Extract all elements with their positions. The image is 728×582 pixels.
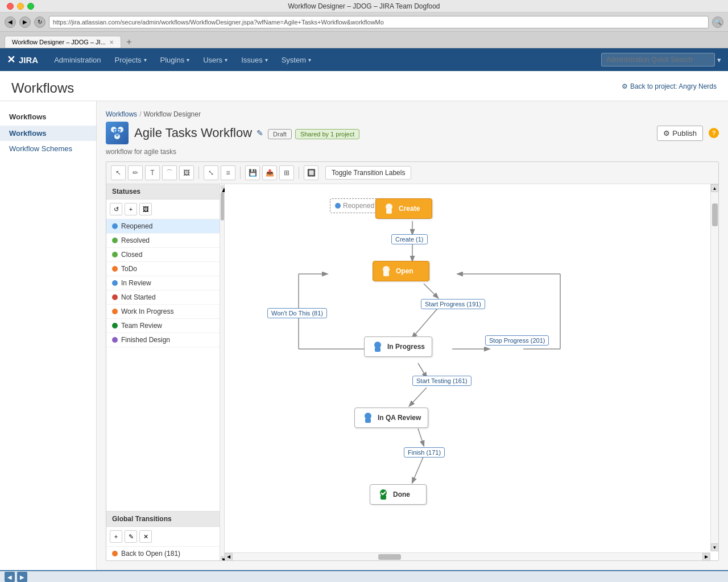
bottom-nav-right[interactable]: ▶ [17,572,27,582]
sidebar-item-workflows[interactable]: Workflows [0,126,96,141]
draw-tool-button[interactable]: ✏ [128,165,143,180]
toolbar-separator-1 [198,167,199,179]
tab-close-button[interactable]: ✕ [109,39,114,45]
transition-wont-do[interactable]: Won't Do This (81) [267,308,327,318]
export-button[interactable]: 📤 [262,165,277,180]
transition-stop-progress[interactable]: Stop Progress (201) [485,335,549,346]
draft-badge: Draft [268,129,292,139]
status-item-in-review[interactable]: In Review [106,276,220,290]
active-tab[interactable]: Workflow Designer – JDOG – JI... ✕ [5,36,121,48]
workflow-node-create[interactable]: Create [375,198,432,219]
curve-tool-button[interactable]: ⌒ [162,165,177,180]
window-controls[interactable] [7,3,34,10]
url-text: https://jira.atlassian.com/secure/admin/… [53,19,384,26]
nav-projects[interactable]: Projects ▾ [108,48,154,71]
canvas-area[interactable]: Reopened ⊕ Create [225,184,718,560]
canvas-horizontal-scrollbar[interactable]: ◀ ▶ [225,552,710,560]
status-tool-3[interactable]: 🖼 [139,203,152,215]
status-item-wip[interactable]: Work In Progress [106,305,220,319]
status-item-team-review[interactable]: Team Review [106,319,220,333]
reload-button[interactable]: ↻ [34,16,46,28]
nav-search-area: ▾ [601,53,721,66]
workflow-node-open[interactable]: Open [373,261,429,281]
status-item-not-started[interactable]: Not Started [106,290,220,305]
page-header: ⚙ Back to project: Angry Nerds Workflows [0,71,728,101]
shared-badge: Shared by 1 project [295,129,359,139]
edit-global-transition-button[interactable]: ✎ [125,530,137,543]
breadcrumb-workflows-link[interactable]: Workflows [106,110,137,118]
window-title: Workflow Designer – JDOG – JIRA Team Dog… [288,2,440,10]
layout-button[interactable]: ⊞ [279,165,294,180]
new-tab-button[interactable]: + [123,36,135,48]
status-dot-in-review [112,280,118,286]
status-tool-2[interactable]: + [125,203,137,215]
scroll-down-button[interactable]: ▼ [711,543,719,551]
global-transitions-toolbar: + ✎ ✕ [106,527,220,547]
search-dropdown-arrow-icon[interactable]: ▾ [717,56,721,64]
designer-body: Statuses ↺ + 🖼 Reopened [106,184,718,560]
status-dot-wip [112,309,118,314]
bottom-nav-left[interactable]: ◀ [5,572,15,582]
status-dot-todo [112,266,118,272]
scroll-right-button[interactable]: ▶ [702,553,710,561]
move-tool-button[interactable]: ⤡ [204,165,218,180]
transition-start-progress[interactable]: Start Progress (191) [421,299,485,309]
view-button[interactable]: 🔲 [304,165,318,180]
forward-button[interactable]: ▶ [19,16,31,28]
back-to-project-link[interactable]: ⚙ Back to project: Angry Nerds [622,82,717,90]
drag-ghost-dot [335,203,341,209]
back-button[interactable]: ◀ [5,16,16,28]
svg-rect-27 [375,347,380,352]
in-qa-review-node-icon [362,411,374,424]
align-tool-button[interactable]: ≡ [221,165,235,180]
add-status-button[interactable]: ↺ [110,203,122,215]
status-item-reopened[interactable]: Reopened [106,219,220,234]
transition-finish[interactable]: Finish (171) [404,447,445,458]
workflow-edit-icon[interactable]: ✎ [257,128,263,138]
nav-administration[interactable]: Administration [47,48,107,71]
workflow-node-in-qa-review[interactable]: In QA Review [354,408,428,428]
scroll-up-button[interactable]: ▲ [711,184,719,192]
status-item-closed[interactable]: Closed [106,248,220,262]
workflow-node-in-progress[interactable]: In Progress [364,336,432,357]
nav-plugins[interactable]: Plugins ▾ [154,48,197,71]
status-item-todo[interactable]: ToDo [106,262,220,276]
help-icon[interactable]: ? [709,128,719,138]
save-button[interactable]: 💾 [245,165,260,180]
workflow-node-done[interactable]: Done [370,484,427,505]
scroll-vertical-thumb[interactable] [712,203,718,226]
image-tool-button[interactable]: 🖼 [179,165,194,180]
jira-app: ✕ JIRA Administration Projects ▾ Plugins… [0,48,728,582]
scroll-left-button[interactable]: ◀ [225,553,233,561]
text-tool-button[interactable]: T [145,165,160,180]
nav-users[interactable]: Users ▾ [196,48,234,71]
nav-system[interactable]: System ▾ [275,48,318,71]
admin-search-input[interactable] [601,53,715,66]
global-transition-back-to-open[interactable]: Back to Open (181) [106,547,220,560]
scrollbar-down-arrow[interactable]: ▼ [221,556,224,560]
scrollbar-thumb[interactable] [221,192,224,221]
sidebar-item-workflow-schemes[interactable]: Workflow Schemes [0,141,96,156]
transition-create-1[interactable]: Create (1) [391,234,428,244]
create-node-icon [383,202,395,215]
delete-global-transition-button[interactable]: ✕ [139,530,152,543]
publish-button[interactable]: ⚙ Publish [657,126,703,141]
minimize-window-btn[interactable] [17,3,24,10]
status-item-resolved[interactable]: Resolved [106,234,220,248]
close-window-btn[interactable] [7,3,14,10]
search-button[interactable]: 🔍 [712,16,723,28]
scrollbar-up-arrow[interactable]: ▲ [221,185,224,190]
transition-start-testing[interactable]: Start Testing (161) [412,376,471,386]
nav-issues[interactable]: Issues ▾ [234,48,275,71]
scroll-horizontal-thumb[interactable] [378,554,401,560]
workflow-title: Agile Tasks Workflow ✎ Draft Shared by 1… [134,126,651,140]
status-panel-scrollbar[interactable]: ▲ ▼ [220,184,225,560]
toggle-transition-labels-button[interactable]: Toggle Transition Labels [325,166,411,180]
add-global-transition-button[interactable]: + [110,530,122,543]
bottom-bar: ◀ ▶ [0,570,728,582]
canvas-vertical-scrollbar[interactable]: ▲ ▼ [710,184,718,551]
status-item-finished-design[interactable]: Finished Design [106,333,220,347]
maximize-window-btn[interactable] [27,3,34,10]
url-bar[interactable]: https://jira.atlassian.com/secure/admin/… [49,16,709,28]
select-tool-button[interactable]: ↖ [111,165,126,180]
